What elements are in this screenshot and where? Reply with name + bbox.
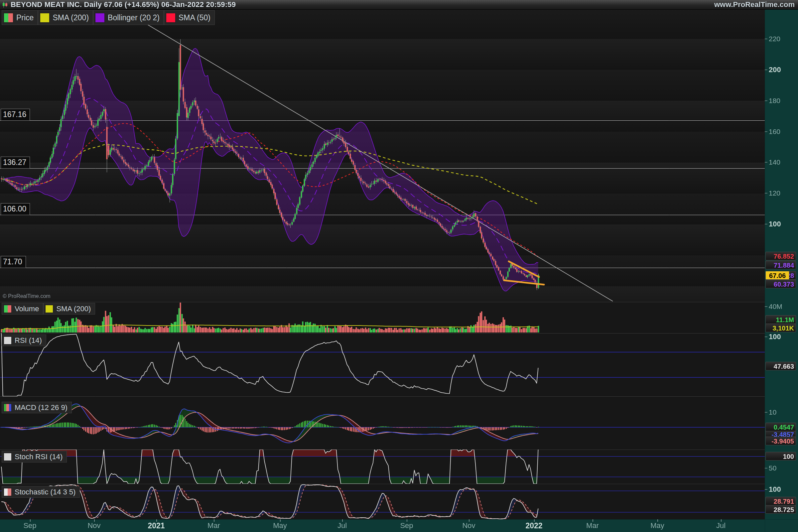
month-label: Mar (208, 521, 220, 530)
axis-value-tag: 76.852 (765, 252, 796, 260)
axis-value-tag: -3.9405 (765, 437, 796, 445)
legend-label: RSI (14) (15, 336, 42, 345)
rsi-legend: RSI (14) (2, 335, 46, 346)
legend-chip-volume[interactable]: Volume (2, 303, 43, 315)
legend-label: Price (16, 13, 34, 22)
stochastic-swatch-icon (4, 488, 12, 496)
legend-chip-sma50[interactable]: SMA (50) (164, 10, 215, 25)
stochrsi-swatch-icon (4, 453, 12, 461)
month-label: Nov (88, 521, 100, 530)
month-label: May (650, 521, 664, 530)
axis-tickmark (765, 468, 767, 469)
axis-tick: 10 (769, 408, 776, 416)
month-tickmark (592, 519, 593, 522)
chart-workspace: BEYOND MEAT INC. Daily 67.06 (+14.65%) 0… (0, 0, 798, 532)
legend-label: MACD (12 26 9) (15, 403, 68, 412)
axis-tick: 200 (769, 65, 781, 74)
month-tickmark (721, 519, 722, 522)
price-line-label[interactable]: 167.16 (1, 109, 30, 121)
sma200-swatch-icon (40, 13, 50, 23)
website-link[interactable]: www.ProRealTime.com (714, 0, 795, 9)
macd-swatch-icon (4, 404, 12, 412)
axis-tick: 140 (769, 158, 780, 166)
axis-value-tag: 60.373 (765, 280, 796, 288)
legend-label: Volume (15, 305, 39, 313)
macd-legend: MACD (12 26 9) (2, 402, 72, 413)
month-label: Sep (23, 521, 36, 530)
legend-chip-stochrsi[interactable]: Stoch RSI (14) (2, 451, 67, 462)
bollinger-swatch-icon (95, 13, 105, 23)
volume-swatch-icon (4, 305, 12, 313)
axis-tickmark (765, 70, 767, 70)
month-tickmark (407, 519, 407, 522)
axis-tickmark (765, 224, 767, 225)
legend-label: SMA (50) (178, 13, 210, 22)
prorealtime-watermark: © ProRealTime.com (3, 293, 51, 299)
legend-chip-sma200[interactable]: SMA (200) (38, 10, 93, 25)
axis-tick: 180 (769, 97, 780, 105)
axis-value-tag: 47.663 (765, 362, 796, 370)
axis-value-tag: 11.1M (765, 315, 796, 324)
rsi-swatch-icon (4, 337, 12, 344)
axis-tickmark (765, 193, 767, 193)
axis-value-tag: 28.725 (765, 505, 796, 514)
legend-chip-rsi[interactable]: RSI (14) (2, 335, 46, 346)
axis-value-tag: 100 (765, 452, 796, 460)
volume-sma-swatch-icon (45, 305, 53, 313)
legend-label: Bollinger (20 2) (108, 13, 159, 22)
axis-tickmark (765, 39, 767, 39)
month-label: Mar (586, 521, 599, 530)
instrument-title: BEYOND MEAT INC. Daily 67.06 (+14.65%) 0… (11, 0, 236, 9)
prorealtime-window: { "header": { "title": "BEYOND MEAT INC.… (0, 0, 798, 532)
axis-value-tag: 0.4547 (765, 423, 796, 431)
price-legend: Price SMA (200) Bollinger (20 2) SMA (50… (2, 10, 215, 25)
axis-tick: 220 (769, 35, 780, 43)
volume-legend: Volume SMA (200) (2, 303, 95, 315)
month-label: Sep (400, 521, 413, 530)
month-tickmark (30, 519, 31, 522)
axis-value-tag: 28.791 (765, 497, 796, 506)
month-tickmark (534, 519, 535, 522)
month-tickmark (657, 519, 658, 522)
sma50-swatch-icon (166, 13, 175, 23)
axis-tickmark (765, 412, 767, 413)
candlestick-icon (2, 1, 8, 8)
chart-overlay: BEYOND MEAT INC. Daily 67.06 (+14.65%) 0… (0, 0, 798, 532)
price-swatch-icon (4, 13, 13, 23)
legend-chip-volume-sma[interactable]: SMA (200) (43, 303, 95, 315)
month-label: Nov (462, 521, 475, 530)
title-bar: BEYOND MEAT INC. Daily 67.06 (+14.65%) 0… (0, 0, 798, 10)
legend-chip-price[interactable]: Price (2, 10, 38, 25)
time-axis[interactable] (0, 519, 798, 532)
month-label: Jul (716, 521, 725, 530)
price-line-label[interactable]: 136.27 (1, 157, 30, 169)
month-tickmark (469, 519, 470, 522)
axis-tick: 100 (769, 220, 781, 228)
axis-tick: 40M (769, 303, 782, 310)
legend-label: Stochastic (14 3 5) (15, 488, 75, 496)
legend-label: Stoch RSI (14) (15, 453, 62, 461)
month-tickmark (156, 519, 157, 522)
axis-tickmark (765, 489, 767, 490)
month-tickmark (342, 519, 343, 522)
month-label: 2022 (525, 521, 542, 530)
axis-tickmark (765, 100, 767, 101)
axis-tickmark (765, 131, 767, 132)
stochastic-legend: Stochastic (14 3 5) (2, 486, 80, 498)
price-line-label[interactable]: 71.70 (1, 256, 26, 268)
legend-chip-macd[interactable]: MACD (12 26 9) (2, 402, 72, 413)
month-tickmark (214, 519, 214, 522)
legend-label: SMA (200) (53, 13, 89, 22)
legend-label: SMA (200) (56, 305, 91, 313)
axis-tick: 100 (769, 332, 781, 341)
month-label: 2021 (148, 521, 165, 530)
axis-value-tag: 3,101K (765, 324, 796, 332)
axis-tickmark (765, 306, 767, 307)
axis-value-tag: 67.06 (765, 271, 790, 280)
axis-tickmark (765, 337, 767, 337)
legend-chip-stochastic[interactable]: Stochastic (14 3 5) (2, 486, 80, 498)
axis-tickmark (765, 162, 767, 163)
price-line-label[interactable]: 106.00 (1, 203, 30, 215)
month-tickmark (280, 519, 281, 522)
legend-chip-bollinger[interactable]: Bollinger (20 2) (93, 10, 164, 25)
